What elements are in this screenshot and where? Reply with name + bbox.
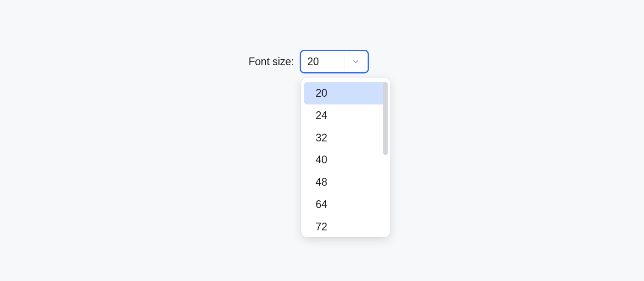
font-size-option[interactable]: 24 bbox=[304, 104, 388, 127]
font-size-combobox[interactable] bbox=[300, 50, 369, 73]
dropdown-scrollbar[interactable] bbox=[383, 82, 388, 233]
font-size-option[interactable]: 40 bbox=[304, 149, 388, 171]
font-size-option[interactable]: 20 bbox=[304, 82, 388, 104]
font-size-option[interactable]: 64 bbox=[304, 193, 388, 216]
font-size-option[interactable]: 48 bbox=[304, 171, 388, 193]
font-size-options: 20243240486472 bbox=[301, 82, 390, 233]
chevron-down-icon bbox=[352, 57, 360, 66]
font-size-option[interactable]: 72 bbox=[304, 216, 388, 238]
font-size-row: Font size: bbox=[249, 50, 369, 73]
font-size-dropdown-toggle[interactable] bbox=[344, 51, 368, 72]
font-size-label: Font size: bbox=[249, 56, 294, 68]
font-size-input[interactable] bbox=[301, 51, 344, 72]
font-size-option[interactable]: 32 bbox=[304, 127, 388, 149]
scrollbar-thumb[interactable] bbox=[383, 82, 388, 155]
font-size-dropdown: 20243240486472 bbox=[301, 78, 390, 237]
